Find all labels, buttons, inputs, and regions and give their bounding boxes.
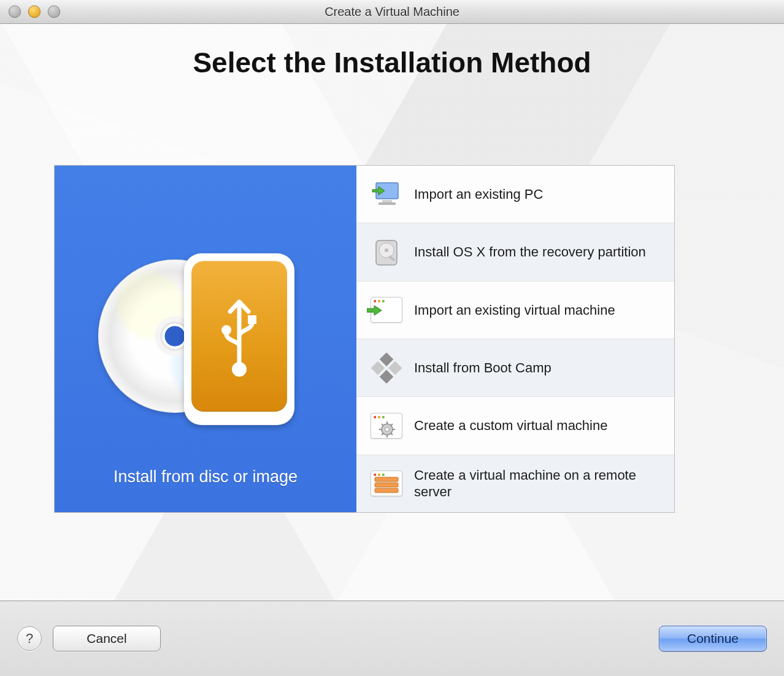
close-window-button[interactable] xyxy=(9,6,21,18)
svg-rect-2 xyxy=(248,315,256,324)
svg-marker-12 xyxy=(367,305,382,315)
zoom-window-button[interactable] xyxy=(48,6,60,18)
option-import-vm[interactable]: Import an existing virtual machine xyxy=(356,281,674,339)
svg-point-26 xyxy=(385,427,390,431)
option-label: Import an existing PC xyxy=(414,186,543,203)
import-pc-icon xyxy=(370,178,403,211)
option-label: Install OS X from the recovery partition xyxy=(414,244,646,261)
option-remote-server[interactable]: Create a virtual machine on a remote ser… xyxy=(356,455,674,512)
svg-rect-15 xyxy=(371,361,385,375)
option-label: Install from Boot Camp xyxy=(414,359,551,377)
svg-rect-14 xyxy=(388,361,402,375)
page-title: Select the Installation Method xyxy=(0,24,784,79)
import-vm-icon xyxy=(370,293,403,326)
window-title: Create a Virtual Machine xyxy=(325,5,459,19)
option-label: Create a custom virtual machine xyxy=(414,417,607,434)
svg-point-1 xyxy=(221,325,231,335)
option-label: Create a virtual machine on a remote ser… xyxy=(414,467,661,501)
svg-rect-29 xyxy=(375,488,398,493)
cancel-button[interactable]: Cancel xyxy=(53,626,161,651)
titlebar: Create a Virtual Machine xyxy=(0,0,784,24)
option-custom-vm[interactable]: Create a custom virtual machine xyxy=(356,396,674,454)
svg-rect-27 xyxy=(375,477,398,482)
svg-line-22 xyxy=(382,424,383,426)
footer: ? Cancel Continue xyxy=(0,601,784,676)
svg-rect-13 xyxy=(380,353,394,366)
window-controls xyxy=(9,6,60,18)
option-bootcamp[interactable]: Install from Boot Camp xyxy=(356,339,674,396)
content-area: Select the Installation Method xyxy=(0,24,784,601)
svg-rect-28 xyxy=(375,483,398,487)
minimize-window-button[interactable] xyxy=(28,6,40,18)
svg-line-24 xyxy=(391,424,393,426)
method-options-list: Import an existing PC Install OS X from … xyxy=(356,166,674,512)
remote-server-icon xyxy=(370,467,403,500)
custom-vm-icon xyxy=(370,409,403,442)
method-panel: Install from disc or image Import an exi… xyxy=(54,165,675,513)
continue-button[interactable]: Continue xyxy=(659,626,767,651)
option-label: Import an existing virtual machine xyxy=(414,302,615,319)
disc-usb-icon xyxy=(98,235,313,431)
svg-line-23 xyxy=(391,433,393,435)
svg-point-10 xyxy=(385,248,388,252)
svg-point-3 xyxy=(232,362,247,377)
selected-method-tile[interactable]: Install from disc or image xyxy=(55,166,356,512)
help-button[interactable]: ? xyxy=(17,626,42,651)
selected-method-label: Install from disc or image xyxy=(113,467,298,486)
option-import-pc[interactable]: Import an existing PC xyxy=(356,166,674,223)
bootcamp-icon xyxy=(370,351,403,385)
svg-rect-5 xyxy=(382,200,392,202)
option-install-osx-recovery[interactable]: Install OS X from the recovery partition xyxy=(356,223,674,280)
harddrive-icon xyxy=(370,236,403,269)
svg-line-25 xyxy=(382,433,383,435)
svg-rect-6 xyxy=(379,202,396,205)
svg-rect-16 xyxy=(380,369,394,383)
usb-trident-icon xyxy=(218,293,261,379)
